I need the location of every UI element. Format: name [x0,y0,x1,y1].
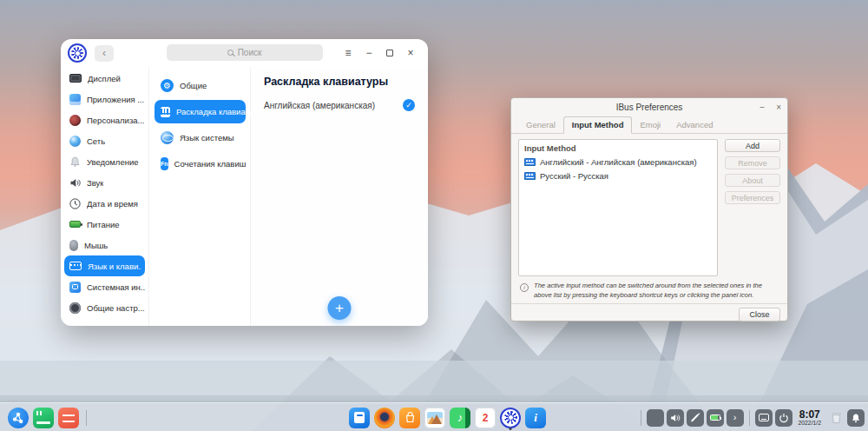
trash-icon[interactable] [827,408,845,428]
dock-separator [86,410,87,426]
app-store-icon[interactable] [399,408,420,428]
ibus-info-note: i The active input method can be switche… [511,276,787,303]
power-icon[interactable] [775,409,792,427]
battery-icon [69,221,81,228]
general-settings-icon [69,302,81,314]
chevron-right-icon: › [733,412,737,422]
info-icon: i [520,283,529,292]
ibus-close-dialog-button[interactable]: Close [739,308,780,322]
maximize-icon [386,50,393,56]
minimize-icon: − [365,47,372,59]
panel-item-shortcuts[interactable]: Fn Сочетания клавиш [155,152,246,176]
layout-row-english-us[interactable]: Английская (американская) ✓ [264,99,415,111]
multitasking-icon[interactable] [58,408,79,428]
firefox-icon[interactable] [374,408,395,428]
input-method-list[interactable]: Input Method Английский - Английская (ам… [518,139,718,276]
add-button[interactable]: Add [725,139,780,152]
sidebar-item-power[interactable]: Питание [61,214,148,235]
keyboard-icon [69,262,82,270]
plus-icon: + [335,300,344,317]
remove-button[interactable]: Remove [725,156,780,169]
about-button[interactable]: About [725,174,780,187]
sidebar-item-system-info[interactable]: Системная ин... [61,276,148,297]
music-icon[interactable]: ♪ [450,408,470,428]
close-button[interactable]: × [400,43,421,63]
input-method-tray-icon[interactable] [647,409,664,427]
tab-general[interactable]: General [518,117,563,133]
preferences-button[interactable]: Preferences [725,191,780,204]
minimize-button[interactable]: − [358,43,379,63]
search-placeholder: Поиск [238,48,262,57]
photos-icon[interactable] [424,408,445,428]
tab-emoji[interactable]: Emoji [632,117,668,133]
sidebar-item-network[interactable]: Сеть [61,130,148,151]
control-center-titlebar[interactable]: ‹ Поиск ≡ − × [61,39,428,67]
add-layout-button[interactable]: + [328,296,352,320]
onscreen-keyboard-icon[interactable] [755,409,773,427]
ibus-close-button[interactable]: × [776,103,781,112]
sidebar-item-notification[interactable]: Уведомление [61,151,148,172]
tab-input-method[interactable]: Input Method [563,116,633,134]
ibus-preferences-window: IBus Preferences − × General Input Metho… [510,97,788,322]
help-info-icon[interactable]: i [525,408,546,428]
tray-separator [749,410,750,426]
back-icon: ‹ [102,47,106,59]
globe-icon [161,131,174,144]
search-icon [227,50,233,56]
sidebar-item-personalization[interactable]: Персонализа... [61,109,148,130]
notification-bell-icon [69,156,81,168]
sidebar-item-mouse[interactable]: Мышь [61,235,148,255]
input-method-list-header: Input Method [524,143,712,153]
control-center-dock-icon[interactable] [500,408,521,428]
ibus-button-column: Add Remove About Preferences [725,139,780,276]
clock-time: 8:07 [799,409,820,421]
hamburger-icon: ≡ [345,47,351,59]
keyboard-mini-icon [524,172,536,180]
tab-advanced[interactable]: Advanced [668,117,720,133]
ibus-minimize-button[interactable]: − [760,103,765,112]
maximize-button[interactable] [379,43,400,63]
network-icon [69,136,81,147]
calendar-icon[interactable]: 2 [475,408,496,428]
notification-center-icon[interactable] [847,409,865,427]
pen-tablet-icon[interactable] [687,409,704,427]
list-item-russian[interactable]: Русский - Русская [524,171,712,181]
applications-icon [69,94,81,105]
selected-check-icon: ✓ [403,99,415,111]
page-title: Раскладка клавиатуры [264,76,415,88]
file-manager-icon[interactable] [349,408,370,428]
panel-item-keyboard-layout[interactable]: Раскладка клавиатуры [155,100,246,123]
sidebar-item-datetime[interactable]: Дата и время [61,193,148,214]
sidebar-item-keyboard-language[interactable]: Язык и клави... [64,255,145,276]
terminal-icon[interactable] [33,408,54,428]
clock-widget[interactable]: 8:07 2022/1/2 [795,409,825,427]
sidebar-item-display[interactable]: Дисплей [61,68,148,89]
sidebar-item-applications[interactable]: Приложения ... [61,89,148,109]
list-item-english[interactable]: Английский - Английская (американская) [524,157,712,167]
tray-separator [641,410,641,426]
menu-button[interactable]: ≡ [338,43,358,63]
back-button[interactable]: ‹ [95,45,114,62]
fn-icon: Fn [161,157,168,170]
ibus-window-title: IBus Preferences [616,103,683,112]
sidebar-item-general-settings[interactable]: Общие настр... [61,297,148,318]
mouse-icon [69,240,78,251]
ibus-titlebar[interactable]: IBus Preferences − × [511,98,787,116]
battery-tray-icon[interactable] [707,409,724,427]
search-input[interactable]: Поиск [167,44,323,61]
settings-sidebar: Дисплей Приложения ... Персонализа... Се… [61,67,149,326]
volume-icon[interactable] [667,409,684,427]
control-center-window: ‹ Поиск ≡ − × Дисплей Приложения ... Пер… [61,39,428,326]
tray-expand-button[interactable]: › [727,409,744,427]
settings-subpanel: ⚙ Общие Раскладка клавиатуры Язык систем… [149,67,251,326]
launcher-icon[interactable] [8,408,29,428]
panel-item-general[interactable]: ⚙ Общие [155,74,246,97]
running-indicator [510,428,512,430]
sound-icon [69,177,81,189]
sidebar-item-sound[interactable]: Звук [61,172,148,193]
personalization-icon [69,115,81,126]
control-center-logo-icon [68,43,87,63]
music-note-icon: ♪ [457,411,464,424]
panel-item-system-language[interactable]: Язык системы [155,126,246,149]
display-icon [69,74,82,83]
